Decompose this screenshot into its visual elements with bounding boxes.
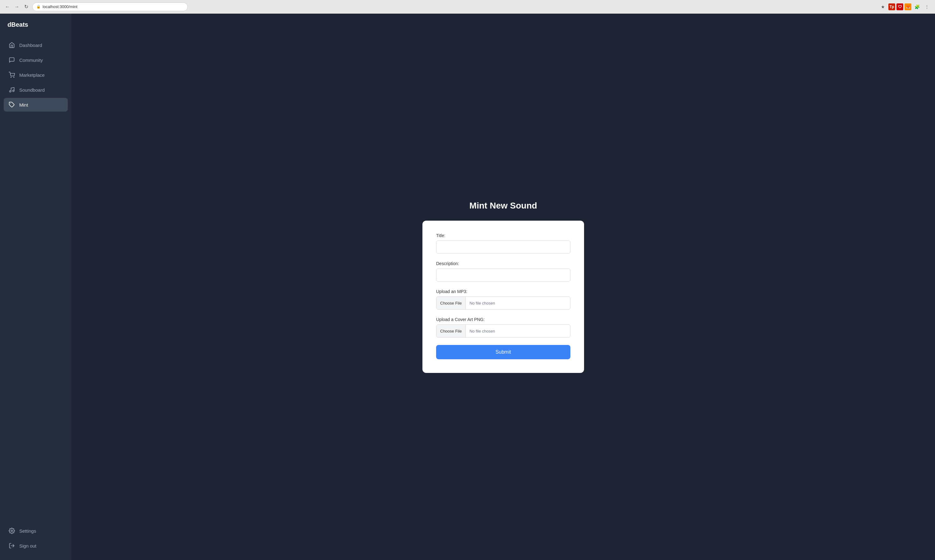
sidebar: dBeats Dashboard Community [0,14,71,560]
sidebar-item-signout[interactable]: Sign out [4,539,68,552]
sidebar-item-dashboard-label: Dashboard [19,43,42,48]
app-logo: dBeats [0,21,71,38]
svg-point-2 [10,91,11,92]
home-icon [9,42,15,48]
sidebar-item-settings-label: Settings [19,528,36,534]
extension-fox[interactable]: 🦊 [904,3,911,10]
bookmark-button[interactable]: ★ [878,3,887,11]
address-bar[interactable]: 🔒 localhost:3000/mint [32,3,188,11]
menu-button[interactable]: ⋮ [923,3,931,11]
main-content: Mint New Sound Title: Description: Uploa… [71,14,935,560]
mp3-choose-button[interactable]: Choose File [437,297,466,309]
logout-icon [9,543,15,549]
sidebar-item-soundboard-label: Soundboard [19,87,45,92]
cover-file-wrapper: Choose File No file chosen [436,325,571,337]
sidebar-item-settings[interactable]: Settings [4,524,68,538]
cover-choose-button[interactable]: Choose File [437,325,466,337]
title-group: Title: [436,233,571,254]
sidebar-item-dashboard[interactable]: Dashboard [4,38,68,52]
url-text: localhost:3000/mint [43,5,77,9]
app-container: dBeats Dashboard Community [0,14,935,560]
forward-button[interactable]: → [13,3,20,11]
description-label: Description: [436,261,571,266]
extension-tp[interactable]: Tp [888,3,895,10]
mp3-label: Upload an MP3: [436,289,571,294]
sidebar-item-marketplace-label: Marketplace [19,72,45,78]
back-button[interactable]: ← [4,3,11,11]
form-card: Title: Description: Upload an MP3: Choos… [423,221,584,373]
title-label: Title: [436,233,571,238]
mp3-group: Upload an MP3: Choose File No file chose… [436,289,571,309]
sidebar-item-community-label: Community [19,57,43,63]
sidebar-item-mint-label: Mint [19,102,28,108]
sidebar-nav: Dashboard Community Marketplace [0,38,71,524]
cover-label: Upload a Cover Art PNG: [436,317,571,322]
browser-actions: ★ Tp 🛡 🦊 🧩 ⋮ [878,3,931,11]
lock-icon: 🔒 [36,5,41,9]
cover-group: Upload a Cover Art PNG: Choose File No f… [436,317,571,337]
mp3-file-wrapper: Choose File No file chosen [436,297,571,309]
extensions-button[interactable]: 🧩 [913,3,921,11]
svg-point-5 [11,530,13,532]
sidebar-item-signout-label: Sign out [19,543,36,549]
shopping-cart-icon [9,72,15,78]
settings-icon [9,528,15,534]
sidebar-item-community[interactable]: Community [4,53,68,67]
tag-icon [9,102,15,108]
reload-button[interactable]: ↻ [22,3,30,11]
browser-chrome: ← → ↻ 🔒 localhost:3000/mint ★ Tp 🛡 🦊 🧩 ⋮ [0,0,935,14]
browser-nav-buttons: ← → ↻ [4,3,30,11]
title-input[interactable] [436,240,571,254]
sidebar-item-marketplace[interactable]: Marketplace [4,68,68,82]
music-icon [9,87,15,93]
svg-point-1 [14,77,14,78]
extension-shield[interactable]: 🛡 [897,3,903,10]
message-circle-icon [9,57,15,63]
sidebar-item-mint[interactable]: Mint [4,98,68,112]
submit-button[interactable]: Submit [436,345,571,359]
page-title: Mint New Sound [469,201,537,211]
description-input[interactable] [436,269,571,282]
sidebar-bottom: Settings Sign out [0,524,71,552]
svg-point-3 [13,90,14,92]
cover-no-file-text: No file chosen [466,329,498,334]
mp3-no-file-text: No file chosen [466,301,498,306]
description-group: Description: [436,261,571,282]
svg-point-0 [11,77,11,78]
sidebar-item-soundboard[interactable]: Soundboard [4,83,68,97]
